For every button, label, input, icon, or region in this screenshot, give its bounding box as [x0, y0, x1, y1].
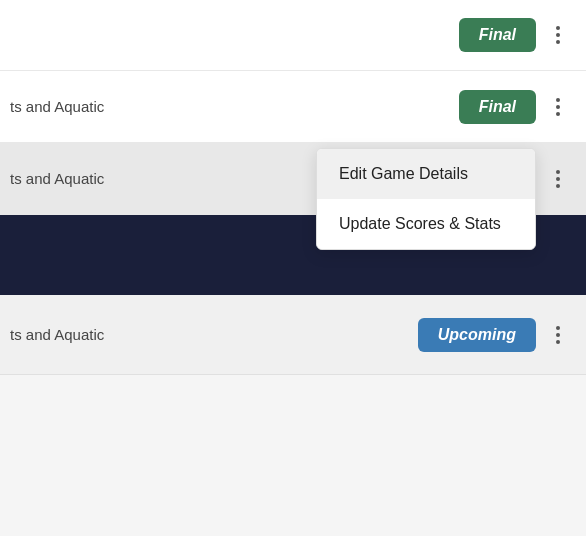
- more-options-button-upcoming[interactable]: [550, 322, 566, 348]
- dot: [556, 40, 560, 44]
- dot: [556, 184, 560, 188]
- context-menu: Edit Game Details Update Scores & Stats: [316, 148, 536, 250]
- game-list: Final ts and Aquatic Final ts and Aquati…: [0, 0, 586, 375]
- final-badge-1: Final: [459, 18, 536, 52]
- dot: [556, 98, 560, 102]
- dot: [556, 177, 560, 181]
- edit-game-details-option[interactable]: Edit Game Details: [317, 149, 535, 199]
- team-name-3: ts and Aquatic: [10, 170, 104, 187]
- update-scores-stats-option[interactable]: Update Scores & Stats: [317, 199, 535, 249]
- dot: [556, 170, 560, 174]
- team-name-upcoming: ts and Aquatic: [10, 326, 104, 343]
- dot: [556, 326, 560, 330]
- dot: [556, 26, 560, 30]
- game-row-upcoming: ts and Aquatic Upcoming: [0, 295, 586, 375]
- team-name-2: ts and Aquatic: [10, 98, 104, 115]
- more-options-button-2[interactable]: [550, 94, 566, 120]
- more-options-button-1[interactable]: [550, 22, 566, 48]
- dot: [556, 33, 560, 37]
- more-options-button-3[interactable]: [550, 166, 566, 192]
- dot: [556, 112, 560, 116]
- game-row-1: Final: [0, 0, 586, 71]
- dot: [556, 333, 560, 337]
- upcoming-badge: Upcoming: [418, 318, 536, 352]
- game-row-2: ts and Aquatic Final: [0, 71, 586, 143]
- final-badge-2: Final: [459, 90, 536, 124]
- dot: [556, 340, 560, 344]
- dot: [556, 105, 560, 109]
